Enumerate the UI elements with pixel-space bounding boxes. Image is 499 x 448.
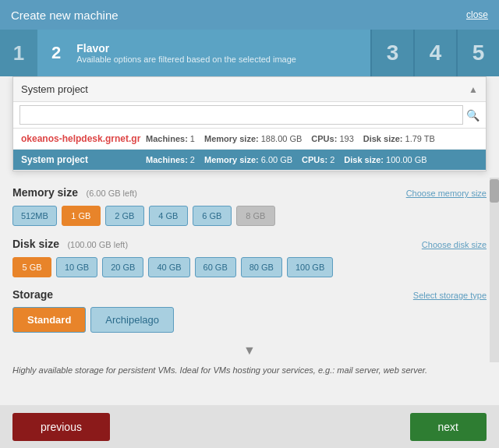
- memory-btn-4gb[interactable]: 4 GB: [149, 206, 188, 226]
- storage-btn-group: Standard Archipelago: [12, 307, 487, 333]
- storage-title: Storage: [12, 288, 53, 301]
- storage-btn-archipelago[interactable]: Archipelago: [90, 307, 174, 333]
- project-dropdown[interactable]: System project ▲ 🔍 okeanos-helpdesk.grne…: [12, 76, 487, 171]
- memory-choose-link[interactable]: Choose memory size: [406, 189, 487, 198]
- memory-title: Memory size: [12, 186, 78, 199]
- dropdown-label: System project: [21, 83, 88, 95]
- disk-btn-5gb[interactable]: 5 GB: [12, 257, 51, 277]
- disk-btn-40gb[interactable]: 40 GB: [148, 257, 189, 277]
- step-5[interactable]: 5: [456, 30, 499, 76]
- storage-select-link[interactable]: Select storage type: [413, 291, 487, 300]
- row1-disk: Disk size: 1.79 TB: [363, 134, 435, 143]
- dropdown-arrow-icon: ▲: [469, 84, 478, 95]
- storage-description: Highly available storage for persistent …: [12, 364, 487, 377]
- disk-btn-20gb[interactable]: 20 GB: [102, 257, 143, 277]
- memory-btn-group: 512MB 1 GB 2 GB 4 GB 6 GB 8 GB: [12, 206, 487, 226]
- search-icon: 🔍: [466, 109, 480, 122]
- memory-section-header: Memory size (6.00 GB left) Choose memory…: [12, 185, 487, 199]
- disk-btn-100gb[interactable]: 100 GB: [287, 257, 333, 277]
- dropdown-row-1[interactable]: okeanos-helpdesk.grnet.gr Machines: 1 Me…: [13, 129, 486, 150]
- step-1[interactable]: 1: [0, 30, 37, 76]
- storage-section-header: Storage Select storage type: [12, 288, 487, 301]
- step-2-flavor[interactable]: 2 Flavor Available options are filtered …: [37, 30, 370, 76]
- row2-memory: Memory size: 6.00 GB: [204, 155, 292, 164]
- next-button[interactable]: next: [410, 413, 487, 441]
- modal-header: Create new machine close: [0, 0, 499, 30]
- disk-title-group: Disk size (100.00 GB left): [12, 237, 128, 251]
- row1-cpus: CPUs: 193: [311, 134, 353, 143]
- row2-cpus: CPUs: 2: [302, 155, 334, 164]
- form-area: Memory size (6.00 GB left) Choose memory…: [0, 178, 499, 405]
- memory-title-group: Memory size (6.00 GB left): [12, 185, 137, 199]
- row1-memory: Memory size: 188.00 GB: [204, 134, 302, 143]
- memory-left-info: (6.00 GB left): [87, 189, 137, 198]
- modal-title: Create new machine: [11, 9, 119, 22]
- disk-btn-group: 5 GB 10 GB 20 GB 40 GB 60 GB 80 GB 100 G…: [12, 257, 487, 277]
- memory-btn-2gb[interactable]: 2 GB: [105, 206, 144, 226]
- row2-disk: Disk size: 100.00 GB: [344, 155, 426, 164]
- close-button[interactable]: close: [466, 9, 488, 20]
- disk-section-header: Disk size (100.00 GB left) Choose disk s…: [12, 237, 487, 251]
- row1-machines: Machines: 1: [146, 134, 195, 143]
- step-flavor-subtitle: Available options are filtered based on …: [76, 55, 296, 64]
- row1-info: Machines: 1 Memory size: 188.00 GB CPUs:…: [146, 134, 435, 143]
- step-4[interactable]: 4: [413, 30, 456, 76]
- memory-btn-512mb[interactable]: 512MB: [12, 206, 57, 226]
- step-flavor-title: Flavor: [76, 42, 296, 55]
- disk-btn-10gb[interactable]: 10 GB: [56, 257, 97, 277]
- scrollbar-track[interactable]: [490, 178, 499, 362]
- disk-title: Disk size: [12, 238, 59, 250]
- disk-btn-60gb[interactable]: 60 GB: [195, 257, 236, 277]
- steps-bar: 1 2 Flavor Available options are filtere…: [0, 30, 499, 76]
- dropdown-search-row: 🔍: [13, 102, 486, 129]
- step-2-desc: Flavor Available options are filtered ba…: [76, 42, 296, 64]
- row1-name: okeanos-helpdesk.grnet.gr: [21, 133, 146, 144]
- dropdown-header[interactable]: System project ▲: [13, 77, 486, 102]
- row2-machines: Machines: 2: [146, 155, 195, 164]
- previous-button[interactable]: previous: [12, 413, 110, 441]
- memory-btn-8gb[interactable]: 8 GB: [236, 206, 275, 226]
- dropdown-search-input[interactable]: [19, 105, 463, 125]
- dropdown-row-2[interactable]: System project Machines: 2 Memory size: …: [13, 150, 486, 171]
- scrollbar-thumb[interactable]: [490, 179, 499, 203]
- row2-name: System project: [21, 154, 146, 165]
- memory-btn-6gb[interactable]: 6 GB: [193, 206, 232, 226]
- scroll-down-indicator: ▼: [12, 344, 487, 358]
- row2-info: Machines: 2 Memory size: 6.00 GB CPUs: 2…: [146, 155, 427, 164]
- disk-choose-link[interactable]: Choose disk size: [422, 240, 487, 249]
- memory-btn-1gb[interactable]: 1 GB: [62, 206, 101, 226]
- step-2-number: 2: [51, 43, 61, 63]
- disk-btn-80gb[interactable]: 80 GB: [241, 257, 282, 277]
- footer-bar: previous next: [0, 405, 499, 448]
- disk-left-info: (100.00 GB left): [67, 240, 128, 249]
- main-content: System project ▲ 🔍 okeanos-helpdesk.grne…: [0, 76, 499, 405]
- storage-btn-standard[interactable]: Standard: [12, 307, 86, 333]
- step-3[interactable]: 3: [370, 30, 413, 76]
- modal-container: Create new machine close 1 2 Flavor Avai…: [0, 0, 499, 448]
